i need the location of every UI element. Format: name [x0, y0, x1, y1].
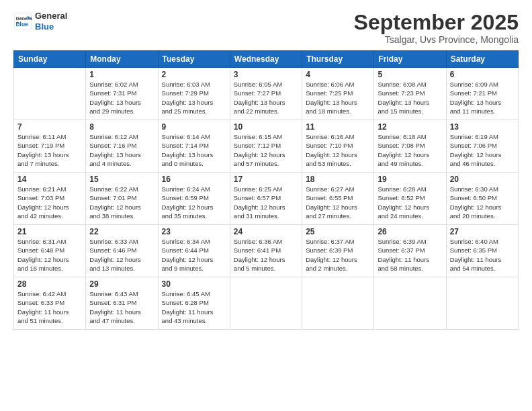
calendar-cell: 24Sunrise: 6:36 AM Sunset: 6:41 PM Dayli…: [230, 225, 302, 277]
calendar-week-0: 1Sunrise: 6:02 AM Sunset: 7:31 PM Daylig…: [14, 68, 519, 120]
day-info: Sunrise: 6:12 AM Sunset: 7:16 PM Dayligh…: [89, 132, 154, 168]
day-info: Sunrise: 6:33 AM Sunset: 6:46 PM Dayligh…: [89, 237, 154, 273]
page: General Blue General Blue September 2025…: [0, 0, 532, 411]
calendar-cell: 9Sunrise: 6:14 AM Sunset: 7:14 PM Daylig…: [158, 120, 230, 173]
calendar-cell: 8Sunrise: 6:12 AM Sunset: 7:16 PM Daylig…: [86, 120, 158, 173]
calendar-cell: 17Sunrise: 6:25 AM Sunset: 6:57 PM Dayli…: [230, 173, 302, 225]
calendar-cell: 30Sunrise: 6:45 AM Sunset: 6:28 PM Dayli…: [158, 277, 230, 330]
calendar-header-row: SundayMondayTuesdayWednesdayThursdayFrid…: [14, 51, 519, 68]
calendar-cell: 25Sunrise: 6:37 AM Sunset: 6:39 PM Dayli…: [302, 225, 374, 277]
calendar-cell: 19Sunrise: 6:28 AM Sunset: 6:52 PM Dayli…: [374, 173, 446, 225]
calendar-week-3: 21Sunrise: 6:31 AM Sunset: 6:48 PM Dayli…: [14, 225, 519, 277]
calendar-header-wednesday: Wednesday: [230, 51, 302, 68]
svg-text:Blue: Blue: [16, 21, 28, 28]
day-number: 7: [17, 122, 82, 132]
day-number: 12: [378, 122, 442, 132]
day-info: Sunrise: 6:36 AM Sunset: 6:41 PM Dayligh…: [234, 237, 298, 273]
day-info: Sunrise: 6:39 AM Sunset: 6:37 PM Dayligh…: [378, 237, 442, 273]
day-info: Sunrise: 6:15 AM Sunset: 7:12 PM Dayligh…: [234, 132, 298, 168]
calendar-cell: 2Sunrise: 6:03 AM Sunset: 7:29 PM Daylig…: [158, 68, 230, 120]
day-info: Sunrise: 6:28 AM Sunset: 6:52 PM Dayligh…: [378, 185, 442, 220]
calendar-cell: 27Sunrise: 6:40 AM Sunset: 6:35 PM Dayli…: [446, 225, 518, 277]
day-info: Sunrise: 6:02 AM Sunset: 7:31 PM Dayligh…: [89, 80, 154, 116]
day-number: 18: [306, 175, 370, 184]
day-number: 17: [234, 175, 298, 184]
calendar-cell: [446, 277, 518, 330]
day-number: 19: [378, 175, 442, 184]
day-number: 14: [17, 175, 82, 184]
day-info: Sunrise: 6:05 AM Sunset: 7:27 PM Dayligh…: [234, 80, 298, 116]
logo-text-general: General: [35, 11, 67, 21]
calendar-cell: 21Sunrise: 6:31 AM Sunset: 6:48 PM Dayli…: [14, 225, 86, 277]
day-number: 10: [234, 122, 298, 132]
calendar-cell: [14, 68, 86, 120]
calendar-cell: 28Sunrise: 6:42 AM Sunset: 6:33 PM Dayli…: [14, 277, 86, 330]
calendar-table: SundayMondayTuesdayWednesdayThursdayFrid…: [13, 50, 519, 330]
calendar-cell: 29Sunrise: 6:43 AM Sunset: 6:31 PM Dayli…: [86, 277, 158, 330]
calendar-cell: 20Sunrise: 6:30 AM Sunset: 6:50 PM Dayli…: [446, 173, 518, 225]
day-number: 20: [450, 175, 515, 184]
calendar-cell: 26Sunrise: 6:39 AM Sunset: 6:37 PM Dayli…: [374, 225, 446, 277]
calendar-cell: 18Sunrise: 6:27 AM Sunset: 6:55 PM Dayli…: [302, 173, 374, 225]
calendar-week-1: 7Sunrise: 6:11 AM Sunset: 7:19 PM Daylig…: [14, 120, 519, 173]
day-info: Sunrise: 6:43 AM Sunset: 6:31 PM Dayligh…: [89, 289, 154, 325]
day-info: Sunrise: 6:24 AM Sunset: 6:59 PM Dayligh…: [162, 185, 226, 220]
calendar-header-thursday: Thursday: [302, 51, 374, 68]
day-info: Sunrise: 6:06 AM Sunset: 7:25 PM Dayligh…: [306, 80, 370, 116]
day-info: Sunrise: 6:11 AM Sunset: 7:19 PM Dayligh…: [17, 132, 82, 168]
calendar-week-4: 28Sunrise: 6:42 AM Sunset: 6:33 PM Dayli…: [14, 277, 519, 330]
day-info: Sunrise: 6:27 AM Sunset: 6:55 PM Dayligh…: [306, 185, 370, 220]
logo: General Blue General Blue: [13, 11, 67, 32]
day-number: 3: [234, 70, 298, 79]
day-number: 16: [162, 175, 226, 184]
title-block: September 2025 Tsalgar, Uvs Province, Mo…: [354, 11, 519, 45]
day-info: Sunrise: 6:03 AM Sunset: 7:29 PM Dayligh…: [162, 80, 226, 116]
day-number: 23: [162, 227, 226, 236]
calendar-cell: 12Sunrise: 6:18 AM Sunset: 7:08 PM Dayli…: [374, 120, 446, 173]
day-number: 25: [306, 227, 370, 236]
day-number: 9: [162, 122, 226, 132]
calendar-cell: 23Sunrise: 6:34 AM Sunset: 6:44 PM Dayli…: [158, 225, 230, 277]
calendar-header-tuesday: Tuesday: [158, 51, 230, 68]
day-number: 30: [162, 279, 226, 289]
calendar-cell: 11Sunrise: 6:16 AM Sunset: 7:10 PM Dayli…: [302, 120, 374, 173]
calendar-header-monday: Monday: [86, 51, 158, 68]
day-info: Sunrise: 6:37 AM Sunset: 6:39 PM Dayligh…: [306, 237, 370, 273]
calendar-cell: [230, 277, 302, 330]
day-info: Sunrise: 6:22 AM Sunset: 7:01 PM Dayligh…: [89, 185, 154, 220]
day-number: 29: [89, 279, 154, 289]
calendar-cell: 5Sunrise: 6:08 AM Sunset: 7:23 PM Daylig…: [374, 68, 446, 120]
day-number: 4: [306, 70, 370, 79]
day-info: Sunrise: 6:14 AM Sunset: 7:14 PM Dayligh…: [162, 132, 226, 168]
calendar-header-friday: Friday: [374, 51, 446, 68]
calendar-cell: 1Sunrise: 6:02 AM Sunset: 7:31 PM Daylig…: [86, 68, 158, 120]
calendar-cell: 15Sunrise: 6:22 AM Sunset: 7:01 PM Dayli…: [86, 173, 158, 225]
calendar-cell: 6Sunrise: 6:09 AM Sunset: 7:21 PM Daylig…: [446, 68, 518, 120]
day-number: 11: [306, 122, 370, 132]
day-info: Sunrise: 6:08 AM Sunset: 7:23 PM Dayligh…: [378, 80, 442, 116]
day-info: Sunrise: 6:42 AM Sunset: 6:33 PM Dayligh…: [17, 289, 82, 325]
day-number: 27: [450, 227, 515, 236]
calendar-header-saturday: Saturday: [446, 51, 518, 68]
day-info: Sunrise: 6:25 AM Sunset: 6:57 PM Dayligh…: [234, 185, 298, 220]
day-number: 24: [234, 227, 298, 236]
day-number: 21: [17, 227, 82, 236]
day-info: Sunrise: 6:45 AM Sunset: 6:28 PM Dayligh…: [162, 289, 226, 325]
day-info: Sunrise: 6:34 AM Sunset: 6:44 PM Dayligh…: [162, 237, 226, 273]
day-info: Sunrise: 6:16 AM Sunset: 7:10 PM Dayligh…: [306, 132, 370, 168]
calendar-cell: 22Sunrise: 6:33 AM Sunset: 6:46 PM Dayli…: [86, 225, 158, 277]
calendar-cell: 16Sunrise: 6:24 AM Sunset: 6:59 PM Dayli…: [158, 173, 230, 225]
day-info: Sunrise: 6:40 AM Sunset: 6:35 PM Dayligh…: [450, 237, 515, 273]
day-info: Sunrise: 6:31 AM Sunset: 6:48 PM Dayligh…: [17, 237, 82, 273]
calendar-cell: 10Sunrise: 6:15 AM Sunset: 7:12 PM Dayli…: [230, 120, 302, 173]
day-info: Sunrise: 6:19 AM Sunset: 7:06 PM Dayligh…: [450, 132, 515, 168]
calendar-cell: 14Sunrise: 6:21 AM Sunset: 7:03 PM Dayli…: [14, 173, 86, 225]
day-number: 2: [162, 70, 226, 79]
day-number: 1: [89, 70, 154, 79]
calendar-cell: [302, 277, 374, 330]
day-number: 22: [89, 227, 154, 236]
day-number: 15: [89, 175, 154, 184]
header: General Blue General Blue September 2025…: [13, 11, 519, 45]
logo-text-blue: Blue: [35, 21, 67, 32]
calendar-header-sunday: Sunday: [14, 51, 86, 68]
